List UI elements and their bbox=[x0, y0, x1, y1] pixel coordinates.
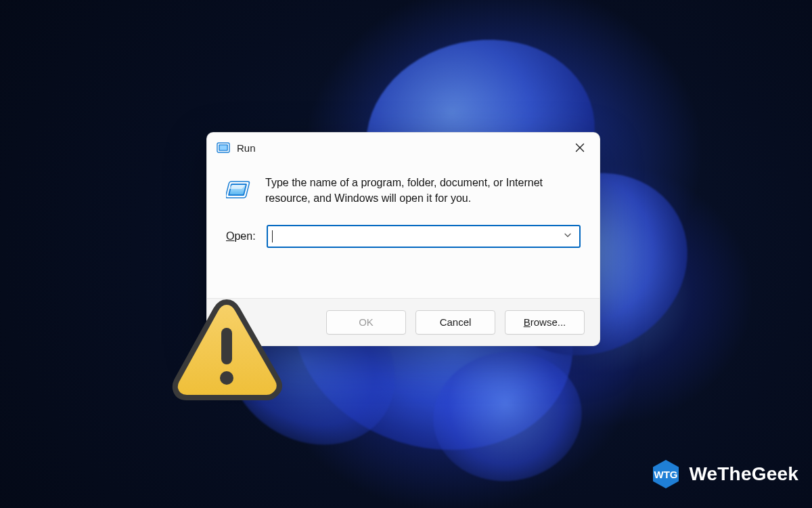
close-button[interactable] bbox=[564, 137, 595, 158]
close-icon bbox=[575, 143, 585, 152]
run-large-icon bbox=[226, 176, 253, 203]
cancel-button[interactable]: Cancel bbox=[415, 310, 495, 335]
dialog-footer: OK Cancel Browse... bbox=[207, 298, 600, 345]
dialog-description: Type the name of a program, folder, docu… bbox=[265, 175, 581, 206]
desktop-background: Run bbox=[0, 0, 812, 508]
open-input[interactable] bbox=[273, 226, 556, 247]
ok-button[interactable]: OK bbox=[326, 310, 406, 335]
dialog-body: Type the name of a program, folder, docu… bbox=[207, 163, 600, 248]
run-dialog: Run bbox=[206, 132, 600, 346]
browse-button[interactable]: Browse... bbox=[505, 310, 585, 335]
brand-watermark: WTG WeTheGeek bbox=[650, 458, 798, 490]
browse-button-label: Browse... bbox=[524, 316, 566, 328]
open-label: Open: bbox=[226, 230, 256, 242]
ok-button-label: OK bbox=[359, 316, 374, 328]
cancel-button-label: Cancel bbox=[440, 316, 472, 328]
titlebar[interactable]: Run bbox=[207, 133, 600, 163]
brand-name: WeTheGeek bbox=[689, 463, 798, 485]
open-combobox[interactable] bbox=[267, 225, 581, 248]
window-title: Run bbox=[237, 142, 256, 154]
chevron-down-icon[interactable] bbox=[563, 230, 572, 242]
svg-text:WTG: WTG bbox=[654, 469, 678, 480]
run-icon bbox=[217, 141, 230, 154]
brand-logo-icon: WTG bbox=[650, 458, 682, 490]
svg-rect-2 bbox=[220, 146, 227, 150]
text-caret bbox=[272, 230, 273, 242]
